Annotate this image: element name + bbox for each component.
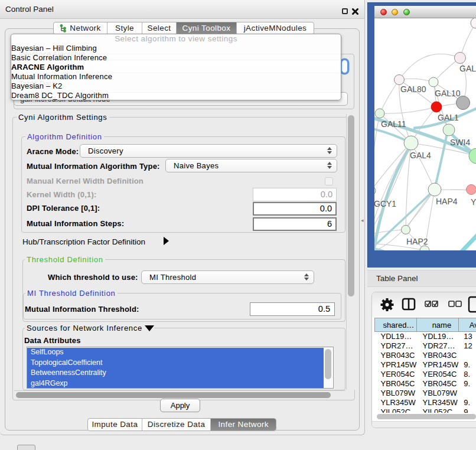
svg-text:GAL10: GAL10 [435, 89, 461, 98]
svg-text:GAL2: GAL2 [459, 64, 476, 73]
svg-text:GAL4: GAL4 [410, 151, 431, 160]
svg-text:Y: Y [471, 197, 476, 207]
svg-text:SWI4: SWI4 [450, 138, 470, 147]
svg-text:HAP2: HAP2 [406, 237, 428, 246]
svg-text:HAP4: HAP4 [436, 197, 458, 206]
svg-text:GAL80: GAL80 [400, 84, 426, 94]
svg-text:GAL1: GAL1 [438, 113, 459, 122]
svg-text:GAL11: GAL11 [381, 119, 406, 129]
svg-text:GCY1: GCY1 [374, 199, 396, 208]
